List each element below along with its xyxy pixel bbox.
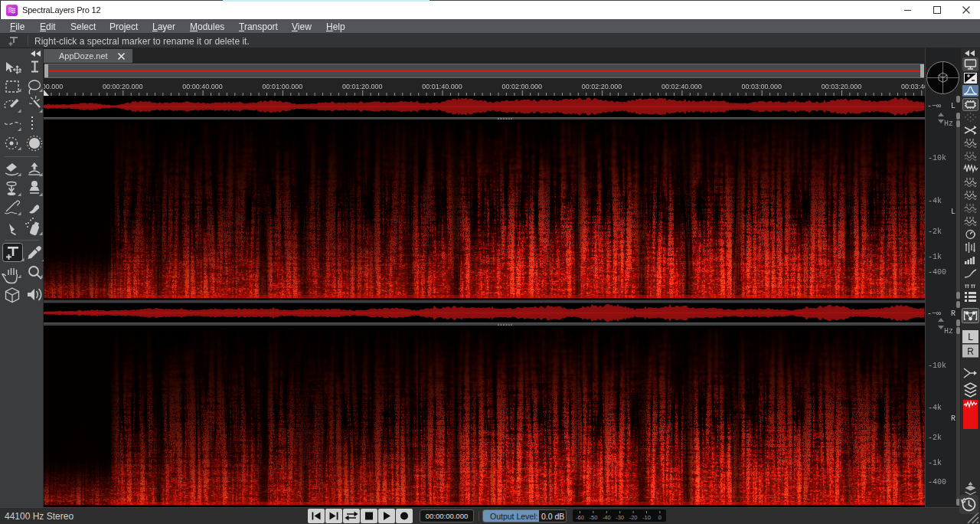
svg-text:00:02:00.000: 00:02:00.000 xyxy=(502,83,543,90)
svg-text:-50: -50 xyxy=(589,514,597,521)
svg-text:-10: -10 xyxy=(642,514,651,521)
svg-text:00:01:40.000: 00:01:40.000 xyxy=(422,83,462,90)
svg-text:-60: -60 xyxy=(576,514,584,521)
svg-text:00:00:20.000: 00:00:20.000 xyxy=(103,83,143,90)
svg-text:R: R xyxy=(967,346,974,357)
svg-text:00:00:40.000: 00:00:40.000 xyxy=(182,83,223,90)
svg-text:00:03:40.000: 00:03:40.000 xyxy=(901,83,925,90)
svg-text:00:02:40.000: 00:02:40.000 xyxy=(662,83,702,90)
svg-text:00:02:20.000: 00:02:20.000 xyxy=(582,83,622,90)
svg-text:-30: -30 xyxy=(616,514,624,521)
svg-text:L: L xyxy=(968,332,973,342)
svg-text:00:03:00.000: 00:03:00.000 xyxy=(741,83,782,90)
svg-text:00:03:20.000: 00:03:20.000 xyxy=(822,83,862,90)
svg-text:00:01:20.000: 00:01:20.000 xyxy=(342,83,383,90)
svg-text:-20: -20 xyxy=(629,514,638,521)
svg-text:0: 0 xyxy=(658,514,662,521)
svg-text:-40: -40 xyxy=(603,514,611,521)
svg-text:00:00:00.000: 00:00:00.000 xyxy=(44,83,63,90)
svg-text:00:01:00.000: 00:01:00.000 xyxy=(263,83,303,90)
